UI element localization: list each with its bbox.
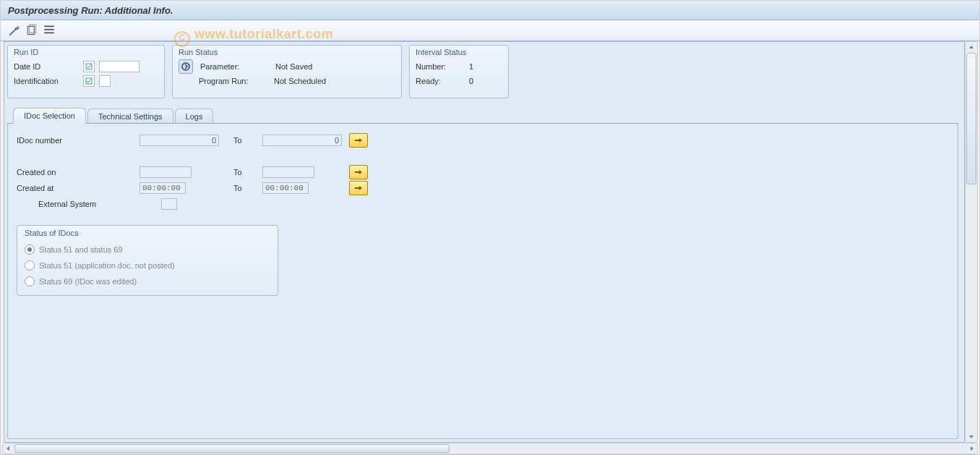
input-created-at-to[interactable]	[262, 182, 309, 194]
label-number: Number:	[416, 62, 459, 71]
svg-point-4	[182, 63, 189, 70]
top-group-row: Run ID Date ID Identification	[7, 45, 958, 98]
label-identification: Identification	[14, 77, 79, 85]
label-date-id: Date ID	[14, 62, 79, 71]
radio-status-69[interactable]	[25, 276, 35, 286]
value-program-run: Not Scheduled	[268, 77, 326, 85]
label-to-1: To	[233, 136, 262, 145]
value-ready: 0	[463, 77, 473, 85]
label-created-on: Created on	[17, 168, 139, 177]
multi-select-idoc-number[interactable]	[349, 133, 368, 148]
group-title-status-of-idocs: Status of IDocs	[25, 226, 270, 242]
scroll-up-icon[interactable]	[966, 42, 977, 52]
group-status-of-idocs: Status of IDocs Status 51 and status 69 …	[17, 225, 278, 296]
scroll-left-icon[interactable]	[3, 443, 13, 454]
tab-idoc-selection[interactable]: IDoc Selection	[13, 108, 86, 124]
input-external-system[interactable]	[161, 198, 177, 210]
input-created-at-from[interactable]	[139, 182, 186, 194]
value-help-date-id[interactable]	[83, 61, 95, 72]
label-ready: Ready:	[416, 77, 459, 85]
group-title-run-status: Run Status	[179, 46, 395, 59]
tab-body-idoc-selection: IDoc number To Created on To	[7, 123, 958, 439]
tool-list-icon[interactable]	[43, 24, 56, 37]
input-created-on-to[interactable]	[262, 166, 314, 178]
tab-header-row: IDoc Selection Technical Settings Logs	[7, 106, 958, 123]
scroll-down-icon[interactable]	[966, 432, 977, 442]
label-status-69: Status 69 (IDoc was edited)	[39, 277, 137, 286]
radio-status-51-69[interactable]	[25, 244, 35, 255]
label-status-51-69: Status 51 and status 69	[39, 245, 123, 254]
tab-strip: IDoc Selection Technical Settings Logs I…	[7, 106, 958, 439]
input-identification[interactable]	[99, 75, 111, 87]
input-date-id[interactable]	[99, 61, 139, 72]
group-run-id: Run ID Date ID Identification	[7, 45, 165, 98]
horizontal-scrollbar[interactable]	[2, 443, 978, 454]
radio-status-51[interactable]	[25, 260, 35, 271]
label-external-system: External System	[17, 200, 161, 208]
group-title-run-id: Run ID	[14, 46, 158, 59]
scroll-thumb-horizontal[interactable]	[14, 444, 450, 453]
scroll-right-icon[interactable]	[967, 443, 977, 454]
vertical-scrollbar[interactable]	[965, 41, 978, 443]
tool-wand-icon[interactable]	[8, 24, 21, 37]
label-status-51: Status 51 (application doc. not posted)	[39, 261, 175, 270]
multi-select-created-at[interactable]	[349, 181, 368, 195]
scroll-thumb-vertical[interactable]	[966, 53, 976, 184]
group-run-status: Run Status Parameter: Not Saved Program …	[172, 45, 402, 98]
multi-select-created-on[interactable]	[349, 165, 368, 179]
page-title: Postprocessing Run: Additional Info.	[8, 5, 173, 16]
input-idoc-number-to[interactable]	[262, 135, 342, 146]
tab-logs[interactable]: Logs	[175, 109, 214, 124]
tool-copy-icon[interactable]	[25, 24, 38, 37]
group-title-interval: Interval Status	[416, 46, 502, 59]
label-to-3: To	[233, 184, 262, 192]
content-area: Run ID Date ID Identification	[4, 41, 965, 443]
title-bar: Postprocessing Run: Additional Info.	[1, 1, 979, 20]
app-window: Postprocessing Run: Additional Info. Cww…	[0, 0, 980, 455]
input-created-on-from[interactable]	[139, 166, 192, 178]
input-idoc-number-from[interactable]	[139, 135, 219, 146]
label-program-run: Program Run:	[199, 77, 264, 85]
label-created-at: Created at	[17, 184, 139, 192]
label-to-2: To	[233, 168, 262, 177]
value-parameter: Not Saved	[270, 62, 312, 71]
label-idoc-number: IDoc number	[17, 136, 139, 145]
parameter-status-icon	[179, 59, 193, 74]
value-number: 1	[463, 62, 473, 71]
app-toolbar	[1, 20, 979, 41]
tab-technical-settings[interactable]: Technical Settings	[87, 109, 173, 124]
value-help-identification[interactable]	[83, 75, 95, 87]
group-interval-status: Interval Status Number: 1 Ready: 0	[409, 45, 509, 98]
label-parameter: Parameter:	[200, 62, 265, 71]
